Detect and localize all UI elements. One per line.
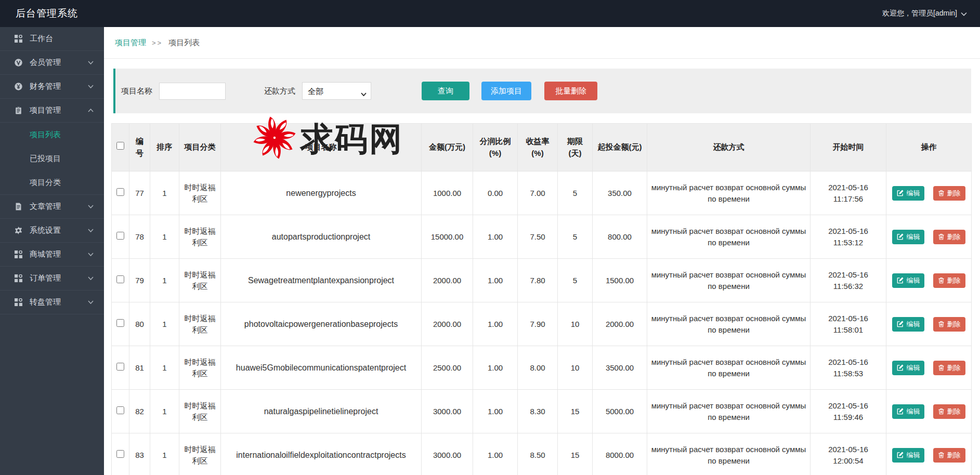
cell-term: 15 bbox=[558, 433, 593, 475]
delete-button-label: 删除 bbox=[947, 451, 961, 460]
row-checkbox[interactable] bbox=[116, 188, 124, 196]
delete-button[interactable]: 删除 bbox=[933, 404, 965, 419]
sidebar-item-articles[interactable]: 文章管理 bbox=[0, 195, 104, 219]
cell-project-name: photovoltaicpowergenerationbaseprojects bbox=[221, 302, 422, 346]
clipboard-icon bbox=[15, 107, 23, 115]
repay-method-select[interactable]: 全部 bbox=[302, 82, 371, 100]
header-repay-method: 还款方式 bbox=[647, 124, 811, 171]
cell-repay-method: минутный расчет возврат основной суммы п… bbox=[647, 433, 811, 475]
cell-amount: 1000.00 bbox=[422, 171, 473, 215]
edit-icon bbox=[897, 233, 904, 240]
sidebar-item-label: 财务管理 bbox=[30, 82, 88, 91]
delete-button[interactable]: 删除 bbox=[933, 230, 965, 244]
sidebar-item-settings[interactable]: 系统设置 bbox=[0, 219, 104, 243]
sidebar-subitem[interactable]: 已投项目 bbox=[0, 147, 104, 170]
app-title: 后台管理系统 bbox=[16, 7, 78, 20]
delete-button[interactable]: 删除 bbox=[933, 186, 965, 201]
cell-start-time: 2021-05-16 11:56:32 bbox=[811, 259, 886, 302]
sidebar-item-orders[interactable]: 订单管理 bbox=[0, 267, 104, 291]
breadcrumb-parent-link[interactable]: 项目管理 bbox=[115, 38, 146, 48]
chevron-down-icon bbox=[88, 300, 94, 304]
row-select-cell bbox=[112, 259, 129, 302]
sidebar-item-wheel[interactable]: 转盘管理 bbox=[0, 291, 104, 314]
chevron-down-icon bbox=[88, 276, 94, 280]
cell-project-name: naturalgaspipelinetielineproject bbox=[221, 390, 422, 433]
sidebar-item-mall[interactable]: 商城管理 bbox=[0, 243, 104, 267]
cell-sort: 1 bbox=[150, 390, 179, 433]
trash-icon bbox=[938, 321, 945, 327]
sidebar-item-label: 会员管理 bbox=[30, 58, 88, 68]
header-term: 期限(天) bbox=[558, 124, 593, 171]
sidebar-item-label: 系统设置 bbox=[30, 226, 88, 235]
row-checkbox[interactable] bbox=[116, 406, 124, 414]
cell-term: 15 bbox=[558, 390, 593, 433]
delete-button[interactable]: 删除 bbox=[933, 361, 965, 375]
project-table: 编号 排序 项目分类 项目名称 金额(万元) 分润比例(%) 收益率(%) 期限… bbox=[111, 123, 972, 475]
edit-button[interactable]: 编辑 bbox=[892, 186, 924, 201]
sidebar-item-finance[interactable]: 财务管理 bbox=[0, 75, 104, 99]
trash-icon bbox=[938, 277, 945, 284]
cell-repay-method: минутный расчет возврат основной суммы п… bbox=[647, 390, 811, 433]
sidebar-item-workbench[interactable]: 工作台 bbox=[0, 27, 104, 51]
table-row: 79 1 时时返福利区 Sewagetreatmentplantexpansio… bbox=[112, 259, 972, 302]
delete-button[interactable]: 删除 bbox=[933, 448, 965, 463]
delete-button[interactable]: 删除 bbox=[933, 317, 965, 332]
row-checkbox[interactable] bbox=[116, 275, 124, 283]
cell-start-time: 2021-05-16 12:00:54 bbox=[811, 433, 886, 475]
cell-repay-method: минутный расчет возврат основной суммы п… bbox=[647, 259, 811, 302]
cell-actions: 编辑 删除 bbox=[886, 346, 972, 390]
trash-icon bbox=[938, 364, 945, 371]
sidebar-subitem[interactable]: 项目分类 bbox=[0, 170, 104, 194]
edit-button[interactable]: 编辑 bbox=[892, 230, 924, 244]
edit-button-label: 编辑 bbox=[906, 276, 920, 285]
table-row: 83 1 时时返福利区 internationaloilfieldexploit… bbox=[112, 433, 972, 475]
sidebar-subitem[interactable]: 项目列表 bbox=[0, 123, 104, 147]
sidebar-item-members[interactable]: 会员管理 bbox=[0, 51, 104, 75]
cell-share-ratio: 1.00 bbox=[473, 215, 518, 259]
cell-term: 5 bbox=[558, 215, 593, 259]
trash-icon bbox=[938, 233, 945, 240]
project-name-input[interactable] bbox=[159, 83, 226, 100]
batch-delete-button[interactable]: 批量删除 bbox=[544, 82, 597, 100]
header-amount: 金额(万元) bbox=[422, 124, 473, 171]
row-checkbox[interactable] bbox=[116, 232, 124, 240]
cell-yield-rate: 8.00 bbox=[518, 346, 558, 390]
row-checkbox[interactable] bbox=[116, 319, 124, 327]
edit-button[interactable]: 编辑 bbox=[892, 361, 924, 375]
chevron-down-icon bbox=[88, 229, 94, 232]
cell-sort: 1 bbox=[150, 346, 179, 390]
edit-button[interactable]: 编辑 bbox=[892, 273, 924, 288]
user-menu[interactable]: 欢迎您，管理员[admin] bbox=[882, 9, 967, 18]
cell-repay-method: минутный расчет возврат основной суммы п… bbox=[647, 346, 811, 390]
edit-icon bbox=[897, 452, 904, 458]
row-checkbox[interactable] bbox=[116, 363, 124, 371]
cell-min-invest: 3500.00 bbox=[593, 346, 647, 390]
delete-button-label: 删除 bbox=[947, 363, 961, 373]
table-row: 81 1 时时返福利区 huawei5Gmobilecommunications… bbox=[112, 346, 972, 390]
edit-button[interactable]: 编辑 bbox=[892, 317, 924, 332]
chevron-up-icon bbox=[88, 109, 94, 112]
select-all-checkbox[interactable] bbox=[116, 142, 124, 150]
add-project-button[interactable]: 添加项目 bbox=[481, 82, 531, 100]
filter-bar: 项目名称 还款方式 全部 查询 添加项目 批量删除 bbox=[113, 69, 971, 113]
repay-method-label: 还款方式 bbox=[264, 86, 295, 96]
grid-icon bbox=[15, 274, 23, 283]
cell-project-name: internationaloilfieldexploitationcontrac… bbox=[221, 433, 422, 475]
edit-button-label: 编辑 bbox=[906, 407, 920, 416]
cell-repay-method: минутный расчет возврат основной суммы п… bbox=[647, 302, 811, 346]
cell-share-ratio: 1.00 bbox=[473, 302, 518, 346]
edit-icon bbox=[897, 190, 904, 196]
cell-sort: 1 bbox=[150, 215, 179, 259]
delete-button[interactable]: 删除 bbox=[933, 273, 965, 288]
sidebar-item-projects[interactable]: 项目管理 bbox=[0, 99, 104, 123]
edit-button[interactable]: 编辑 bbox=[892, 404, 924, 419]
header-id: 编号 bbox=[129, 124, 150, 171]
grid-icon bbox=[15, 35, 23, 43]
edit-button[interactable]: 编辑 bbox=[892, 448, 924, 463]
header-start-time: 开始时间 bbox=[811, 124, 886, 171]
search-button[interactable]: 查询 bbox=[422, 82, 469, 100]
row-checkbox[interactable] bbox=[116, 450, 124, 458]
grid-icon bbox=[15, 250, 23, 259]
cell-amount: 3000.00 bbox=[422, 433, 473, 475]
cell-id: 79 bbox=[129, 259, 150, 302]
